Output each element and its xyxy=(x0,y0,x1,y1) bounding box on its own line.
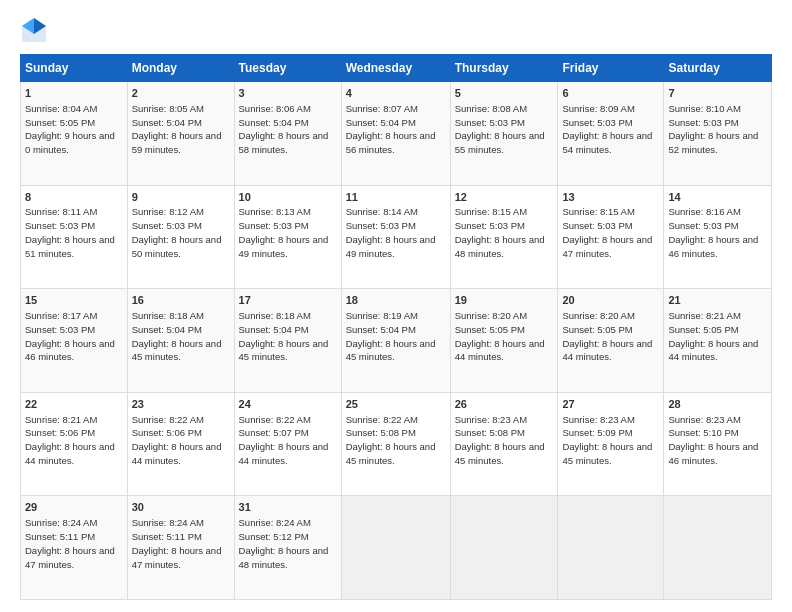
day-info: Sunrise: 8:23 AMSunset: 5:08 PMDaylight:… xyxy=(455,414,545,466)
day-number: 14 xyxy=(668,190,767,205)
day-number: 18 xyxy=(346,293,446,308)
day-info: Sunrise: 8:08 AMSunset: 5:03 PMDaylight:… xyxy=(455,103,545,155)
calendar-week-row: 1 Sunrise: 8:04 AMSunset: 5:05 PMDayligh… xyxy=(21,82,772,186)
day-number: 17 xyxy=(239,293,337,308)
day-info: Sunrise: 8:11 AMSunset: 5:03 PMDaylight:… xyxy=(25,206,115,258)
day-info: Sunrise: 8:06 AMSunset: 5:04 PMDaylight:… xyxy=(239,103,329,155)
calendar-cell: 27 Sunrise: 8:23 AMSunset: 5:09 PMDaylig… xyxy=(558,392,664,496)
calendar-cell: 19 Sunrise: 8:20 AMSunset: 5:05 PMDaylig… xyxy=(450,289,558,393)
day-number: 29 xyxy=(25,500,123,515)
day-info: Sunrise: 8:21 AMSunset: 5:06 PMDaylight:… xyxy=(25,414,115,466)
day-info: Sunrise: 8:24 AMSunset: 5:11 PMDaylight:… xyxy=(132,517,222,569)
header-cell-friday: Friday xyxy=(558,55,664,82)
day-number: 10 xyxy=(239,190,337,205)
day-info: Sunrise: 8:12 AMSunset: 5:03 PMDaylight:… xyxy=(132,206,222,258)
calendar-cell: 29 Sunrise: 8:24 AMSunset: 5:11 PMDaylig… xyxy=(21,496,128,600)
calendar-cell: 28 Sunrise: 8:23 AMSunset: 5:10 PMDaylig… xyxy=(664,392,772,496)
day-info: Sunrise: 8:19 AMSunset: 5:04 PMDaylight:… xyxy=(346,310,436,362)
day-info: Sunrise: 8:22 AMSunset: 5:08 PMDaylight:… xyxy=(346,414,436,466)
day-number: 30 xyxy=(132,500,230,515)
day-number: 28 xyxy=(668,397,767,412)
calendar-cell: 10 Sunrise: 8:13 AMSunset: 5:03 PMDaylig… xyxy=(234,185,341,289)
day-info: Sunrise: 8:16 AMSunset: 5:03 PMDaylight:… xyxy=(668,206,758,258)
day-info: Sunrise: 8:07 AMSunset: 5:04 PMDaylight:… xyxy=(346,103,436,155)
calendar-cell: 5 Sunrise: 8:08 AMSunset: 5:03 PMDayligh… xyxy=(450,82,558,186)
day-info: Sunrise: 8:13 AMSunset: 5:03 PMDaylight:… xyxy=(239,206,329,258)
calendar-week-row: 15 Sunrise: 8:17 AMSunset: 5:03 PMDaylig… xyxy=(21,289,772,393)
day-number: 3 xyxy=(239,86,337,101)
day-number: 25 xyxy=(346,397,446,412)
day-number: 6 xyxy=(562,86,659,101)
day-info: Sunrise: 8:22 AMSunset: 5:07 PMDaylight:… xyxy=(239,414,329,466)
day-info: Sunrise: 8:18 AMSunset: 5:04 PMDaylight:… xyxy=(132,310,222,362)
day-number: 12 xyxy=(455,190,554,205)
header-row: SundayMondayTuesdayWednesdayThursdayFrid… xyxy=(21,55,772,82)
calendar-cell: 15 Sunrise: 8:17 AMSunset: 5:03 PMDaylig… xyxy=(21,289,128,393)
calendar-week-row: 8 Sunrise: 8:11 AMSunset: 5:03 PMDayligh… xyxy=(21,185,772,289)
calendar-cell xyxy=(450,496,558,600)
calendar-cell: 11 Sunrise: 8:14 AMSunset: 5:03 PMDaylig… xyxy=(341,185,450,289)
header-cell-monday: Monday xyxy=(127,55,234,82)
calendar-cell: 20 Sunrise: 8:20 AMSunset: 5:05 PMDaylig… xyxy=(558,289,664,393)
day-number: 4 xyxy=(346,86,446,101)
calendar-cell: 25 Sunrise: 8:22 AMSunset: 5:08 PMDaylig… xyxy=(341,392,450,496)
day-number: 1 xyxy=(25,86,123,101)
day-number: 26 xyxy=(455,397,554,412)
calendar-week-row: 22 Sunrise: 8:21 AMSunset: 5:06 PMDaylig… xyxy=(21,392,772,496)
day-number: 31 xyxy=(239,500,337,515)
calendar-body: 1 Sunrise: 8:04 AMSunset: 5:05 PMDayligh… xyxy=(21,82,772,600)
calendar-cell: 7 Sunrise: 8:10 AMSunset: 5:03 PMDayligh… xyxy=(664,82,772,186)
page: SundayMondayTuesdayWednesdayThursdayFrid… xyxy=(0,0,792,612)
header-cell-thursday: Thursday xyxy=(450,55,558,82)
day-info: Sunrise: 8:10 AMSunset: 5:03 PMDaylight:… xyxy=(668,103,758,155)
calendar-cell: 30 Sunrise: 8:24 AMSunset: 5:11 PMDaylig… xyxy=(127,496,234,600)
calendar-cell: 17 Sunrise: 8:18 AMSunset: 5:04 PMDaylig… xyxy=(234,289,341,393)
day-number: 23 xyxy=(132,397,230,412)
logo-icon xyxy=(20,16,48,44)
day-info: Sunrise: 8:17 AMSunset: 5:03 PMDaylight:… xyxy=(25,310,115,362)
day-info: Sunrise: 8:15 AMSunset: 5:03 PMDaylight:… xyxy=(562,206,652,258)
calendar-cell: 18 Sunrise: 8:19 AMSunset: 5:04 PMDaylig… xyxy=(341,289,450,393)
day-info: Sunrise: 8:21 AMSunset: 5:05 PMDaylight:… xyxy=(668,310,758,362)
calendar-cell: 3 Sunrise: 8:06 AMSunset: 5:04 PMDayligh… xyxy=(234,82,341,186)
calendar-cell: 8 Sunrise: 8:11 AMSunset: 5:03 PMDayligh… xyxy=(21,185,128,289)
day-info: Sunrise: 8:24 AMSunset: 5:12 PMDaylight:… xyxy=(239,517,329,569)
calendar-cell xyxy=(341,496,450,600)
calendar-cell: 31 Sunrise: 8:24 AMSunset: 5:12 PMDaylig… xyxy=(234,496,341,600)
day-number: 15 xyxy=(25,293,123,308)
day-info: Sunrise: 8:05 AMSunset: 5:04 PMDaylight:… xyxy=(132,103,222,155)
day-info: Sunrise: 8:22 AMSunset: 5:06 PMDaylight:… xyxy=(132,414,222,466)
calendar-cell xyxy=(664,496,772,600)
day-number: 9 xyxy=(132,190,230,205)
day-number: 11 xyxy=(346,190,446,205)
calendar-cell: 1 Sunrise: 8:04 AMSunset: 5:05 PMDayligh… xyxy=(21,82,128,186)
calendar-cell: 16 Sunrise: 8:18 AMSunset: 5:04 PMDaylig… xyxy=(127,289,234,393)
calendar-cell: 26 Sunrise: 8:23 AMSunset: 5:08 PMDaylig… xyxy=(450,392,558,496)
logo xyxy=(20,16,52,44)
day-info: Sunrise: 8:18 AMSunset: 5:04 PMDaylight:… xyxy=(239,310,329,362)
day-number: 24 xyxy=(239,397,337,412)
day-number: 13 xyxy=(562,190,659,205)
day-info: Sunrise: 8:23 AMSunset: 5:09 PMDaylight:… xyxy=(562,414,652,466)
day-number: 20 xyxy=(562,293,659,308)
day-number: 21 xyxy=(668,293,767,308)
day-info: Sunrise: 8:20 AMSunset: 5:05 PMDaylight:… xyxy=(562,310,652,362)
day-number: 2 xyxy=(132,86,230,101)
day-info: Sunrise: 8:15 AMSunset: 5:03 PMDaylight:… xyxy=(455,206,545,258)
day-info: Sunrise: 8:09 AMSunset: 5:03 PMDaylight:… xyxy=(562,103,652,155)
day-number: 8 xyxy=(25,190,123,205)
calendar-cell: 9 Sunrise: 8:12 AMSunset: 5:03 PMDayligh… xyxy=(127,185,234,289)
day-number: 5 xyxy=(455,86,554,101)
day-number: 19 xyxy=(455,293,554,308)
calendar-cell: 22 Sunrise: 8:21 AMSunset: 5:06 PMDaylig… xyxy=(21,392,128,496)
header-cell-wednesday: Wednesday xyxy=(341,55,450,82)
day-info: Sunrise: 8:04 AMSunset: 5:05 PMDaylight:… xyxy=(25,103,115,155)
calendar-cell: 24 Sunrise: 8:22 AMSunset: 5:07 PMDaylig… xyxy=(234,392,341,496)
calendar-cell: 21 Sunrise: 8:21 AMSunset: 5:05 PMDaylig… xyxy=(664,289,772,393)
header-cell-sunday: Sunday xyxy=(21,55,128,82)
calendar-cell: 14 Sunrise: 8:16 AMSunset: 5:03 PMDaylig… xyxy=(664,185,772,289)
day-info: Sunrise: 8:20 AMSunset: 5:05 PMDaylight:… xyxy=(455,310,545,362)
calendar-week-row: 29 Sunrise: 8:24 AMSunset: 5:11 PMDaylig… xyxy=(21,496,772,600)
calendar-cell: 2 Sunrise: 8:05 AMSunset: 5:04 PMDayligh… xyxy=(127,82,234,186)
day-number: 16 xyxy=(132,293,230,308)
